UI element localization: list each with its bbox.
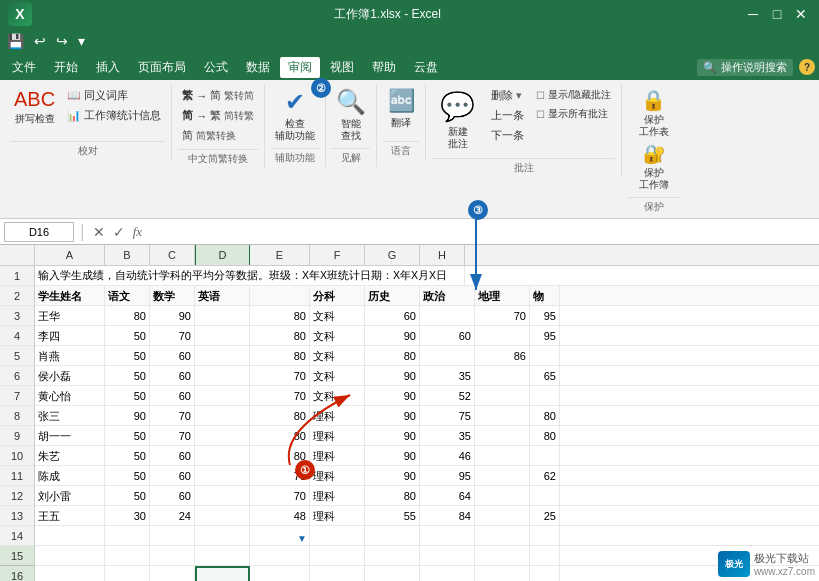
cell-f13[interactable]: 理科 — [310, 506, 365, 526]
cell-b16[interactable] — [105, 566, 150, 581]
show-all-comments-button[interactable]: ☐ 显示所有批注 — [532, 105, 615, 123]
row-num-8[interactable]: 8 — [0, 406, 34, 426]
cell-j7[interactable] — [530, 386, 560, 406]
cell-e16[interactable] — [250, 566, 310, 581]
cell-b13[interactable]: 30 — [105, 506, 150, 526]
cell-h9[interactable]: 35 — [420, 426, 475, 446]
cell-f3[interactable]: 文科 — [310, 306, 365, 326]
cell-h15[interactable] — [420, 546, 475, 566]
row-num-7[interactable]: 7 — [0, 386, 34, 406]
cell-g15[interactable] — [365, 546, 420, 566]
cell-i12[interactable] — [475, 486, 530, 506]
cell-i2[interactable]: 地理 — [475, 286, 530, 306]
cell-b5[interactable]: 50 — [105, 346, 150, 366]
cell-e4[interactable]: 80 — [250, 326, 310, 346]
cell-f8[interactable]: 理科 — [310, 406, 365, 426]
cell-a6[interactable]: 侯小磊 — [35, 366, 105, 386]
cell-j6[interactable]: 65 — [530, 366, 560, 386]
row-num-16[interactable]: 16 — [0, 566, 34, 581]
cell-b15[interactable] — [105, 546, 150, 566]
cell-c4[interactable]: 70 — [150, 326, 195, 346]
cell-f10[interactable]: 理科 — [310, 446, 365, 466]
cell-b7[interactable]: 50 — [105, 386, 150, 406]
cell-h10[interactable]: 46 — [420, 446, 475, 466]
spell-check-button[interactable]: ABC 拼写检查 — [10, 86, 59, 127]
cell-h14[interactable] — [420, 526, 475, 546]
cell-h4[interactable]: 60 — [420, 326, 475, 346]
new-comment-button[interactable]: 💬 新建批注 — [432, 86, 483, 154]
row-num-10[interactable]: 10 — [0, 446, 34, 466]
cell-d4[interactable] — [195, 326, 250, 346]
cell-a2[interactable]: 学生姓名 — [35, 286, 105, 306]
cancel-formula-button[interactable]: ✕ — [91, 224, 107, 240]
cell-e7[interactable]: 70 — [250, 386, 310, 406]
cell-a16[interactable] — [35, 566, 105, 581]
cell-d13[interactable] — [195, 506, 250, 526]
cell-f16[interactable] — [310, 566, 365, 581]
cell-i6[interactable] — [475, 366, 530, 386]
cell-c14[interactable] — [150, 526, 195, 546]
show-hide-comment-button[interactable]: ☐ 显示/隐藏批注 — [532, 86, 615, 104]
prev-comment-button[interactable]: 上一条 — [487, 106, 528, 125]
cell-c9[interactable]: 70 — [150, 426, 195, 446]
cell-g16[interactable] — [365, 566, 420, 581]
menu-page-layout[interactable]: 页面布局 — [130, 57, 194, 78]
cell-e9[interactable]: 80 — [250, 426, 310, 446]
cell-f4[interactable]: 文科 — [310, 326, 365, 346]
cell-a3[interactable]: 王华 — [35, 306, 105, 326]
cell-j12[interactable] — [530, 486, 560, 506]
protect-sheet-button[interactable]: 🔒 保护工作表 — [628, 86, 680, 140]
cell-d7[interactable] — [195, 386, 250, 406]
confirm-formula-button[interactable]: ✓ — [111, 224, 127, 240]
cell-d8[interactable] — [195, 406, 250, 426]
cell-g5[interactable]: 80 — [365, 346, 420, 366]
cell-e3[interactable]: 80 — [250, 306, 310, 326]
menu-review[interactable]: 审阅 — [280, 57, 320, 78]
cell-a4[interactable]: 李四 — [35, 326, 105, 346]
menu-insert[interactable]: 插入 — [88, 57, 128, 78]
protect-workbook-button[interactable]: 🔐 保护工作簿 — [628, 141, 680, 193]
cell-g11[interactable]: 90 — [365, 466, 420, 486]
row-num-9[interactable]: 9 — [0, 426, 34, 446]
cell-b4[interactable]: 50 — [105, 326, 150, 346]
save-qa-button[interactable]: 💾 — [4, 31, 27, 51]
cell-b10[interactable]: 50 — [105, 446, 150, 466]
cell-g4[interactable]: 90 — [365, 326, 420, 346]
cell-i5[interactable]: 86 — [475, 346, 530, 366]
cell-c7[interactable]: 60 — [150, 386, 195, 406]
cell-e13[interactable]: 48 — [250, 506, 310, 526]
delete-comment-button[interactable]: 删除 ▾ — [487, 86, 528, 105]
simp-to-trad-button[interactable]: 简 → 繁 简转繁 — [178, 106, 258, 125]
cell-e10[interactable]: 80 — [250, 446, 310, 466]
col-header-h[interactable]: H — [420, 245, 465, 265]
cell-d6[interactable] — [195, 366, 250, 386]
row-num-2[interactable]: 2 — [0, 286, 34, 306]
cell-f6[interactable]: 文科 — [310, 366, 365, 386]
col-header-g[interactable]: G — [365, 245, 420, 265]
cell-i4[interactable] — [475, 326, 530, 346]
cell-h7[interactable]: 52 — [420, 386, 475, 406]
cell-j5[interactable] — [530, 346, 560, 366]
trad-to-simp-button[interactable]: 繁 → 简 繁转简 — [178, 86, 258, 105]
cell-i7[interactable] — [475, 386, 530, 406]
customize-qa-button[interactable]: ▾ — [75, 31, 88, 51]
workbook-stat-button[interactable]: 📊 工作簿统计信息 — [63, 106, 165, 125]
cell-a7[interactable]: 黄心怡 — [35, 386, 105, 406]
cell-i8[interactable] — [475, 406, 530, 426]
cell-f2[interactable]: 分科 — [310, 286, 365, 306]
cell-g9[interactable]: 90 — [365, 426, 420, 446]
simp-conv-button[interactable]: 简 简繁转换 — [178, 126, 258, 145]
cell-h5[interactable] — [420, 346, 475, 366]
cell-j8[interactable]: 80 — [530, 406, 560, 426]
cell-h2[interactable]: 政治 — [420, 286, 475, 306]
cell-g7[interactable]: 90 — [365, 386, 420, 406]
cell-f7[interactable]: 文科 — [310, 386, 365, 406]
cell-d16[interactable] — [195, 566, 250, 581]
undo-button[interactable]: ↩ — [31, 31, 49, 51]
cell-j10[interactable] — [530, 446, 560, 466]
search-box[interactable]: 🔍 操作说明搜索 — [697, 59, 793, 76]
row-num-6[interactable]: 6 — [0, 366, 34, 386]
cell-a9[interactable]: 胡一一 — [35, 426, 105, 446]
cell-g10[interactable]: 90 — [365, 446, 420, 466]
cell-h16[interactable] — [420, 566, 475, 581]
